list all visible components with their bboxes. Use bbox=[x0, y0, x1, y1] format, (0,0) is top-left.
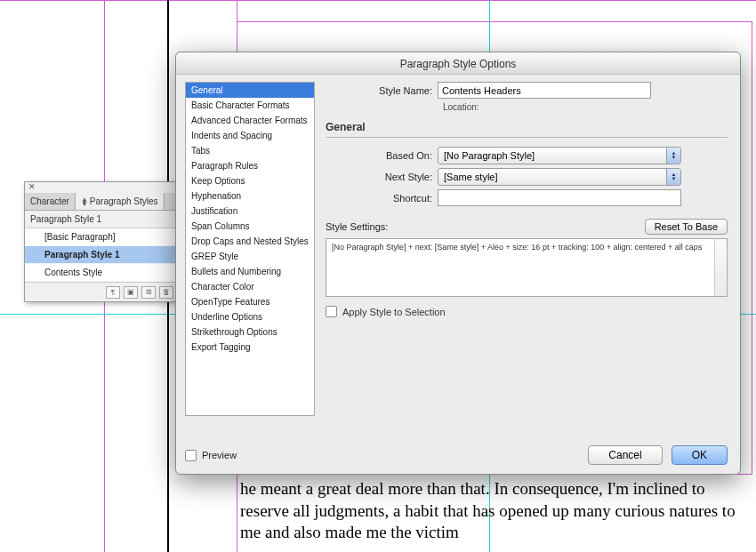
list-item[interactable]: Paragraph Style 1 bbox=[25, 246, 177, 264]
tab-paragraph-styles[interactable]: ▲▼ Paragraph Styles bbox=[76, 193, 165, 210]
dialog-main: Style Name: Location: General Based On: … bbox=[315, 75, 740, 423]
guide-horizontal-top bbox=[0, 0, 756, 1]
style-name-input[interactable] bbox=[438, 82, 651, 99]
category-item[interactable]: Hyphenation bbox=[186, 188, 314, 204]
shortcut-input[interactable] bbox=[438, 189, 681, 206]
category-item[interactable]: OpenType Features bbox=[186, 294, 314, 309]
location-label: Location: bbox=[443, 102, 728, 112]
tab-character[interactable]: Character bbox=[25, 193, 76, 210]
trash-icon[interactable]: 🗑 bbox=[159, 286, 173, 299]
preview-checkbox[interactable] bbox=[185, 450, 197, 461]
new-style-icon[interactable]: ⊞ bbox=[141, 286, 156, 299]
category-item[interactable]: Keep Options bbox=[186, 173, 314, 188]
category-item[interactable]: GREP Style bbox=[186, 249, 314, 264]
tab-label: Paragraph Styles bbox=[90, 196, 158, 206]
scrollbar[interactable] bbox=[714, 239, 727, 296]
section-title: General bbox=[326, 121, 728, 133]
next-style-select[interactable] bbox=[438, 168, 681, 186]
category-item[interactable]: Character Color bbox=[186, 279, 314, 294]
style-settings-label: Style Settings: bbox=[326, 221, 388, 232]
category-item[interactable]: Export Tagging bbox=[186, 340, 314, 355]
new-group-icon[interactable]: ▣ bbox=[124, 286, 138, 299]
list-item[interactable]: [Basic Paragraph] bbox=[25, 228, 177, 246]
style-settings-summary: [No Paragraph Style] + next: [Same style… bbox=[332, 243, 702, 252]
dialog-title: Paragraph Style Options bbox=[176, 52, 740, 75]
current-style-label: Paragraph Style 1 bbox=[25, 211, 177, 228]
category-item[interactable]: Strikethrough Options bbox=[186, 324, 314, 340]
style-name-label: Style Name: bbox=[326, 85, 438, 96]
close-icon[interactable]: ✕ bbox=[27, 180, 37, 193]
tab-label: Character bbox=[30, 196, 69, 206]
shortcut-label: Shortcut: bbox=[326, 193, 438, 204]
document-body-text: he meant a great deal more than that. In… bbox=[240, 478, 747, 544]
category-list: General Basic Character Formats Advanced… bbox=[185, 82, 315, 416]
category-item[interactable]: Tabs bbox=[186, 143, 314, 158]
reset-to-base-button[interactable]: Reset To Base bbox=[645, 219, 728, 235]
category-item[interactable]: Indents and Spacing bbox=[186, 128, 314, 143]
panel-tab-strip: Character ▲▼ Paragraph Styles bbox=[25, 193, 177, 211]
paragraph-style-options-dialog: Paragraph Style Options General Basic Ch… bbox=[175, 52, 741, 475]
list-item[interactable]: Contents Style bbox=[25, 264, 177, 282]
apply-style-checkbox[interactable] bbox=[326, 306, 337, 317]
style-list: [Basic Paragraph] Paragraph Style 1 Cont… bbox=[25, 228, 177, 282]
style-settings-box: [No Paragraph Style] + next: [Same style… bbox=[326, 238, 728, 297]
clear-overrides-icon[interactable]: ¶ bbox=[106, 286, 120, 299]
category-item[interactable]: Bullets and Numbering bbox=[186, 264, 314, 279]
next-style-label: Next Style: bbox=[326, 172, 438, 182]
category-item[interactable]: Drop Caps and Nested Styles bbox=[186, 234, 314, 249]
updown-icon: ▲▼ bbox=[81, 197, 88, 206]
panel-footer: ¶ ▣ ⊞ 🗑 bbox=[25, 282, 177, 301]
category-item[interactable]: Justification bbox=[186, 204, 314, 219]
category-item[interactable]: Underline Options bbox=[186, 309, 314, 324]
category-item[interactable]: Span Columns bbox=[186, 219, 314, 234]
based-on-label: Based On: bbox=[326, 150, 438, 161]
apply-style-label: Apply Style to Selection bbox=[342, 307, 446, 317]
based-on-select[interactable] bbox=[438, 147, 681, 164]
cancel-button[interactable]: Cancel bbox=[588, 445, 662, 465]
category-item[interactable]: Basic Character Formats bbox=[186, 98, 314, 113]
preview-label: Preview bbox=[202, 450, 237, 460]
divider bbox=[326, 137, 728, 138]
category-item[interactable]: General bbox=[186, 83, 314, 98]
ok-button[interactable]: OK bbox=[672, 445, 728, 465]
category-item[interactable]: Paragraph Rules bbox=[186, 158, 314, 173]
paragraph-styles-panel: ✕ Character ▲▼ Paragraph Styles Paragrap… bbox=[24, 181, 178, 302]
category-item[interactable]: Advanced Character Formats bbox=[186, 113, 314, 128]
